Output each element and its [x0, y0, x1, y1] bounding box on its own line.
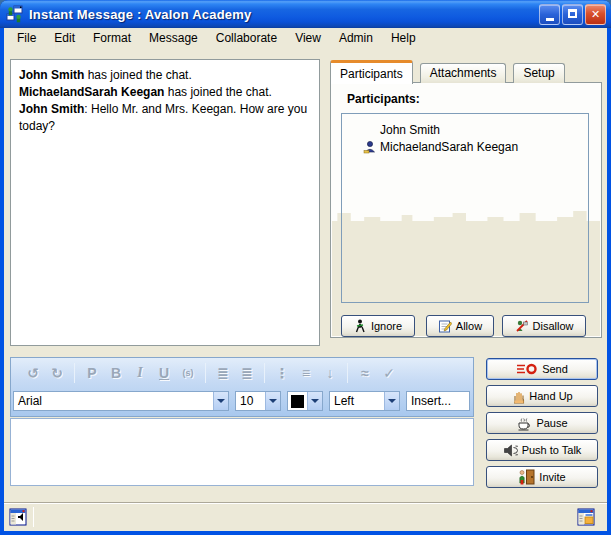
underline-icon[interactable]: U [152, 365, 176, 381]
minimize-button[interactable] [539, 4, 560, 25]
menu-message[interactable]: Message [140, 29, 207, 47]
spellcheck-icon[interactable]: ✓ [377, 365, 401, 381]
chevron-down-icon[interactable] [307, 392, 322, 410]
app-icon [6, 5, 24, 23]
chat-message: John Smith: Hello Mr. and Mrs. Keegan. H… [19, 101, 311, 135]
pause-button[interactable]: Pause [486, 412, 598, 434]
minimize-icon [546, 18, 554, 21]
tab-participants[interactable]: Participants [330, 60, 413, 84]
font-size-select[interactable]: 10 [235, 391, 281, 411]
alignment-select[interactable]: Left [329, 391, 400, 411]
tab-setup[interactable]: Setup [513, 63, 564, 83]
toolbar-separator [205, 363, 206, 383]
send-icon [516, 363, 538, 375]
titlebar: Instant Message : Avalon Academy ✕ [0, 0, 611, 28]
speaker-icon [503, 444, 518, 457]
person-icon [362, 140, 380, 154]
menu-collaborate[interactable]: Collaborate [207, 29, 286, 47]
font-family-select[interactable]: Arial [13, 391, 229, 411]
status-bar [4, 502, 607, 531]
insert-select[interactable]: Insert... [406, 391, 470, 411]
ignore-button[interactable]: Ignore [341, 315, 415, 337]
participants-label: Participants: [347, 92, 420, 106]
toolbar-separator [264, 363, 265, 383]
menu-format[interactable]: Format [84, 29, 140, 47]
window-body: File Edit Format Message Collaborate Vie… [4, 28, 607, 531]
chat-message: MichaelandSarah Keegan has joined the ch… [19, 84, 311, 101]
close-icon: ✕ [591, 8, 600, 20]
invite-button[interactable]: Invite [486, 466, 598, 488]
menu-edit[interactable]: Edit [45, 29, 84, 47]
undo-icon[interactable]: ↺ [21, 365, 45, 381]
maximize-button[interactable] [562, 4, 583, 25]
layout-window-icon[interactable] [577, 508, 595, 526]
signature-icon[interactable]: ≈ [353, 365, 377, 381]
blank-icon [362, 123, 380, 137]
ignore-person-icon [354, 319, 367, 333]
close-button[interactable]: ✕ [585, 4, 606, 25]
allow-notepad-icon [438, 319, 452, 333]
move-down-icon[interactable]: ↓ [318, 365, 342, 381]
allow-button[interactable]: Allow [426, 315, 494, 337]
space-markers-icon[interactable]: ⋮ [270, 365, 294, 381]
maximize-icon [568, 9, 577, 18]
toolbar-separator [347, 363, 348, 383]
chevron-down-icon[interactable] [384, 392, 399, 410]
line-spacing-icon[interactable]: ≡ [294, 365, 318, 381]
chat-message: John Smith has joined the chat. [19, 67, 311, 84]
menu-bar: File Edit Format Message Collaborate Vie… [4, 28, 607, 48]
toolbar-separator [74, 363, 75, 383]
message-input[interactable] [10, 418, 474, 486]
font-color-select[interactable] [287, 391, 323, 411]
tab-attachments[interactable]: Attachments [420, 63, 507, 83]
app-window: Instant Message : Avalon Academy ✕ File … [0, 0, 611, 535]
paragraph-icon[interactable]: P [80, 365, 104, 381]
strikethrough-icon[interactable]: (s) [176, 368, 200, 378]
window-title: Instant Message : Avalon Academy [29, 7, 251, 22]
menu-help[interactable]: Help [382, 29, 425, 47]
menu-file[interactable]: File [8, 29, 45, 47]
numbered-list-icon[interactable]: ≣ [211, 365, 235, 381]
menu-admin[interactable]: Admin [330, 29, 382, 47]
participant-list[interactable]: John Smith MichaelandSarah Keegan [341, 113, 589, 303]
bold-icon[interactable]: B [104, 365, 128, 381]
participants-panel: Participants: John Smith Michaeland [330, 82, 602, 338]
color-swatch [291, 395, 304, 408]
push-to-talk-button[interactable]: Push to Talk [486, 439, 598, 461]
indent-list-icon[interactable]: ≣ [235, 365, 259, 381]
audio-window-icon[interactable] [9, 508, 27, 526]
list-item[interactable]: John Smith [342, 121, 588, 138]
font-row: Arial 10 Left Insert... [11, 388, 473, 414]
italic-icon[interactable]: I [128, 365, 152, 381]
hand-up-button[interactable]: Hand Up [486, 385, 598, 407]
disallow-button[interactable]: Disallow [502, 315, 586, 337]
menu-view[interactable]: View [286, 29, 330, 47]
chevron-down-icon[interactable] [213, 392, 228, 410]
chevron-down-icon[interactable] [265, 392, 280, 410]
coffee-cup-icon [516, 416, 532, 431]
statusbar-separator [33, 507, 34, 527]
disallow-person-icon [515, 319, 529, 333]
send-button[interactable]: Send [486, 358, 598, 380]
chat-log[interactable]: John Smith has joined the chat. Michaela… [10, 59, 320, 346]
redo-icon[interactable]: ↻ [45, 365, 69, 381]
tab-strip: Participants Attachments Setup [330, 59, 572, 83]
toolbar-icon-row: ↺ ↻ P B I U (s) ≣ ≣ ⋮ ≡ ↓ ≈ ✓ [11, 358, 473, 388]
list-item[interactable]: MichaelandSarah Keegan [342, 138, 588, 155]
invite-door-icon [518, 469, 535, 485]
format-toolbar: ↺ ↻ P B I U (s) ≣ ≣ ⋮ ≡ ↓ ≈ ✓ [10, 357, 474, 417]
hand-icon [511, 389, 525, 404]
